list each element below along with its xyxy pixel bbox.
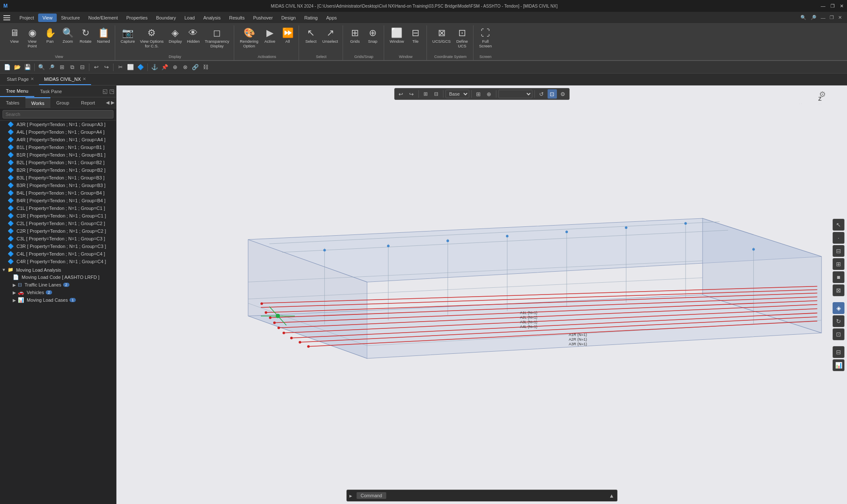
- rt-table-btn[interactable]: ⊟: [833, 346, 844, 358]
- cut-btn[interactable]: ✂: [116, 63, 125, 72]
- list-item[interactable]: 🔷 B3L [ Property=Tendon ; N=1 ; Group=B3…: [0, 174, 116, 182]
- open-btn[interactable]: 📂: [13, 63, 22, 72]
- rotate-btn[interactable]: ↻ Rotate: [77, 27, 94, 45]
- select-poly-btn[interactable]: 🔷: [136, 63, 145, 72]
- rt-zoom-extent-btn[interactable]: ⊡: [833, 328, 844, 340]
- tree-tab-tables[interactable]: Tables: [0, 97, 25, 108]
- define-ucs-btn[interactable]: ⊡ DefineUCS: [454, 27, 471, 50]
- tab-start-page[interactable]: Start Page ✕: [2, 74, 39, 85]
- active-btn[interactable]: ▶ Active: [261, 27, 278, 45]
- view-point-btn[interactable]: ◉ ViewPoint: [24, 27, 41, 50]
- tree-item-vehicles[interactable]: ▶ 🚗 Vehicles 2: [0, 289, 116, 296]
- list-item[interactable]: 🔷 B2L [ Property=Tendon ; N=1 ; Group=B2…: [0, 159, 116, 166]
- snap-btn[interactable]: ⊕ Snap: [364, 27, 381, 45]
- search-input[interactable]: [3, 110, 113, 118]
- tree-item-moving-load-code[interactable]: 📄 Moving Load Code [ AASHTO LRFD ]: [0, 273, 116, 281]
- vp-tool1-btn[interactable]: ⊞: [421, 89, 430, 99]
- tree-tab-works[interactable]: Works: [25, 97, 50, 108]
- list-item[interactable]: 🔷 A4L [ Property=Tendon ; N=1 ; Group=A4…: [0, 128, 116, 136]
- view-base-select[interactable]: Base: [446, 90, 469, 98]
- menu-apps[interactable]: Apps: [322, 14, 341, 22]
- tree-item-traffic-line-lanes[interactable]: ▶ ⊟ Traffic Line Lanes 2: [0, 281, 116, 289]
- view-options-btn[interactable]: ⚙ View Optionsfor C.S.: [138, 27, 166, 50]
- zoom-fit-btn[interactable]: ⊞: [57, 63, 66, 72]
- 3d-viewport[interactable]: ↩ ↪ ⊞ ⊟ Base ⊞ ⊕ ↺ ⊡ ⚙: [116, 85, 847, 504]
- vp-mode-btn[interactable]: ⊡: [548, 89, 557, 99]
- menu-load[interactable]: Load: [180, 14, 199, 22]
- select-btn[interactable]: ↖ Select: [302, 27, 319, 45]
- undo-btn[interactable]: ↩: [91, 63, 101, 72]
- tree-tab-group[interactable]: Group: [50, 97, 75, 108]
- list-item[interactable]: 🔷 C2L [ Property=Tendon ; N=1 ; Group=C2…: [0, 220, 116, 227]
- tab-midas-civil[interactable]: MIDAS CIVIL_NX ✕: [39, 74, 91, 85]
- rt-node-btn[interactable]: ·: [833, 232, 844, 244]
- window-btn[interactable]: ⬜ Window: [388, 27, 406, 45]
- new-file-btn[interactable]: 📄: [3, 63, 12, 72]
- rt-solid-btn[interactable]: ■: [833, 271, 844, 283]
- capture-btn[interactable]: 📷 Capture: [119, 27, 137, 45]
- pin-btn[interactable]: 📌: [160, 63, 169, 72]
- expand-vehicles-icon[interactable]: ▶: [13, 290, 16, 295]
- subtab-tree-menu[interactable]: Tree Menu: [0, 85, 34, 97]
- unselect-btn[interactable]: ↗ Unselect: [320, 27, 340, 45]
- menu-properties[interactable]: Properties: [122, 14, 152, 22]
- tile-btn[interactable]: ⊟ Tile: [407, 27, 424, 45]
- sidebar-expand-btn[interactable]: ◳: [109, 88, 114, 94]
- list-item[interactable]: 🔷 B1L [ Property=Tendon ; N=1 ; Group=B1…: [0, 143, 116, 151]
- list-item[interactable]: 🔷 B4L [ Property=Tendon ; N=1 ; Group=B4…: [0, 189, 116, 197]
- tree-item-moving-load-cases[interactable]: ▶ 📊 Moving Load Cases 1: [0, 296, 116, 304]
- minimize-ribbon-btn[interactable]: —: [821, 15, 825, 20]
- vp-dropdown2[interactable]: [498, 90, 532, 98]
- hamburger-menu[interactable]: [2, 13, 12, 23]
- tree-tab-report[interactable]: Report: [75, 97, 101, 108]
- list-item[interactable]: 🔷 C3R [ Property=Tendon ; N=1 ; Group=C3…: [0, 242, 116, 250]
- expand-traffic-icon[interactable]: ▶: [13, 283, 16, 287]
- minimize-btn[interactable]: —: [821, 3, 825, 9]
- split-btn[interactable]: ⊟: [78, 63, 87, 72]
- list-item[interactable]: 🔷 B1R [ Property=Tendon ; N=1 ; Group=B1…: [0, 151, 116, 159]
- display-btn[interactable]: ◈ Display: [166, 27, 184, 45]
- grids-btn[interactable]: ⊞ Grids: [346, 27, 363, 45]
- menu-results[interactable]: Results: [225, 14, 249, 22]
- close-window-btn[interactable]: ✕: [838, 15, 842, 20]
- rt-active-display-btn[interactable]: ◈: [833, 302, 844, 314]
- rt-element-btn[interactable]: ⊟: [833, 245, 844, 257]
- restore-window-btn[interactable]: ❐: [830, 15, 834, 20]
- menu-analysis[interactable]: Analysis: [199, 14, 225, 22]
- menu-view[interactable]: View: [38, 14, 57, 22]
- vp-undo-btn[interactable]: ↩: [396, 89, 406, 99]
- prev-view-btn[interactable]: ⧉: [67, 63, 77, 72]
- vp-redo-btn[interactable]: ↪: [407, 89, 416, 99]
- chain-btn[interactable]: ⛓: [201, 63, 210, 72]
- hidden-btn[interactable]: 👁 Hidden: [185, 27, 202, 45]
- list-item[interactable]: 🔷 A3R [ Property=Tendon ; N=1 ; Group=A3…: [0, 121, 116, 128]
- tree-next-btn[interactable]: ▶: [111, 100, 114, 105]
- tree-prev-btn[interactable]: ◀: [106, 100, 109, 105]
- rendering-btn[interactable]: 🎨 RenderingOption: [238, 27, 260, 50]
- expand-load-cases-icon[interactable]: ▶: [13, 298, 16, 303]
- close-btn[interactable]: ✕: [840, 3, 844, 9]
- rt-graph-btn[interactable]: 📊: [833, 359, 844, 371]
- command-icon[interactable]: ▸: [347, 493, 355, 499]
- snap-node-btn[interactable]: ⊕: [170, 63, 180, 72]
- sidebar-collapse-btn[interactable]: ◱: [102, 88, 108, 94]
- menu-rating[interactable]: Rating: [300, 14, 322, 22]
- command-label[interactable]: Command: [357, 492, 387, 499]
- section-moving-load-analysis[interactable]: ▼ 📁 Moving Load Analysis: [0, 266, 116, 273]
- link-btn[interactable]: 🔗: [191, 63, 200, 72]
- select-rect-btn[interactable]: ⬜: [126, 63, 135, 72]
- command-expand-btn[interactable]: ▲: [606, 493, 617, 499]
- list-item[interactable]: 🔷 C1R [ Property=Tendon ; N=1 ; Group=C1…: [0, 212, 116, 220]
- menu-structure[interactable]: Structure: [57, 14, 84, 22]
- zoom-btn[interactable]: 🔍 Zoom: [59, 27, 76, 45]
- list-item[interactable]: 🔷 C4L [ Property=Tendon ; N=1 ; Group=C4…: [0, 250, 116, 258]
- menu-pushover[interactable]: Pushover: [249, 14, 277, 22]
- list-item[interactable]: 🔷 C2R [ Property=Tendon ; N=1 ; Group=C2…: [0, 227, 116, 235]
- menu-node-element[interactable]: Node/Element: [84, 14, 122, 22]
- full-screen-btn[interactable]: ⛶ FullScreen: [477, 27, 494, 50]
- find-icon[interactable]: 🔎: [811, 15, 817, 20]
- command-input[interactable]: [388, 493, 606, 498]
- list-item[interactable]: 🔷 B2R [ Property=Tendon ; N=1 ; Group=B2…: [0, 166, 116, 174]
- menu-project[interactable]: Project: [15, 14, 38, 22]
- zoom-out-btn[interactable]: 🔎: [47, 63, 56, 72]
